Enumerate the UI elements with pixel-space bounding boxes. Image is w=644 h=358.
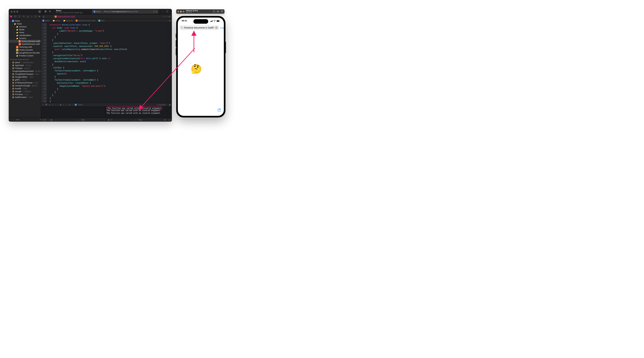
console-filter-input[interactable] xyxy=(138,118,162,121)
pause-icon[interactable] xyxy=(46,104,47,106)
continue-icon[interactable]: ▸| xyxy=(49,104,50,106)
tree-file-noteedit[interactable]: sNoteEditScreen.swift xyxy=(9,43,41,46)
clear-icon[interactable]: ✕ xyxy=(215,27,218,29)
external-display-icon[interactable] xyxy=(221,10,223,13)
traffic-max[interactable] xyxy=(16,11,18,13)
traffic-max[interactable] xyxy=(183,11,184,13)
traffic-close[interactable] xyxy=(178,11,179,13)
library-icon[interactable] xyxy=(166,10,168,13)
assistant-editor-icon[interactable]: ▭ xyxy=(166,16,167,18)
editor-options-icon[interactable]: ≡ xyxy=(163,16,164,18)
tree-root[interactable]: ⌄A Notes xyxy=(9,20,41,22)
tree-folder[interactable]: ›📁Services xyxy=(9,25,41,28)
minimap-icon[interactable]: ▤ xyxy=(169,20,170,22)
tree-folder-screens[interactable]: ⌄📁Screens xyxy=(9,37,41,40)
variables-filter-input[interactable] xyxy=(80,118,105,121)
test-navigator-icon[interactable]: ◇ xyxy=(31,16,32,18)
tree-file[interactable]: sNotesApp.swift xyxy=(9,46,41,49)
home-icon[interactable] xyxy=(213,10,215,13)
package-dependency[interactable]: ›AppCheck10.19.0 xyxy=(9,64,41,67)
package-dependency[interactable]: ›SwiftProtobuf1.26.0 xyxy=(9,96,41,99)
activity-bar[interactable]: N Notes 〉 iPhone 15 Pro iPhone 15 Pro Ru… xyxy=(92,10,158,14)
filter-icon[interactable]: ⌕ xyxy=(135,119,136,121)
hide-debug-icon[interactable]: ▢ xyxy=(42,104,44,106)
scheme-project[interactable]: Notes #1 – Add "Notes for iOS" sample ap… xyxy=(56,10,82,14)
console-eye-icon[interactable]: ◉ xyxy=(108,119,110,121)
add-editor-icon[interactable]: ⊞ xyxy=(169,16,170,18)
find-navigator-icon[interactable] xyxy=(22,15,25,18)
package-dependency[interactable]: ›leveldb1.22.5 xyxy=(9,87,41,90)
nav-forward-icon[interactable]: 〉 xyxy=(49,15,51,18)
tree-file[interactable]: ≣GoogleService-Info.plist xyxy=(9,51,41,54)
package-dependency[interactable]: ›GoogleDataTransport9.4.0 xyxy=(9,73,41,76)
filter-icon[interactable]: ⌕ xyxy=(13,119,14,121)
environment-overrides-icon[interactable]: ☼ xyxy=(66,104,68,106)
package-dependency[interactable]: ›nanopb2.30910.0 xyxy=(9,90,41,93)
phone-volume-down[interactable] xyxy=(176,48,176,55)
package-dependency[interactable]: ›GTMSessionFetcher3.4.1 xyxy=(9,81,41,84)
sidebar-toggle-icon[interactable] xyxy=(38,11,41,13)
package-dependency[interactable]: ›GoogleUtilities7.13.1 xyxy=(9,76,41,78)
nav-back-icon[interactable]: 〈 xyxy=(46,15,48,18)
package-dependency[interactable]: ›abseil1.2024011601.1 xyxy=(9,61,41,64)
add-icon[interactable]: ＋ xyxy=(162,10,164,13)
svg-rect-19 xyxy=(211,21,211,22)
phone-silent-switch[interactable] xyxy=(176,34,176,38)
related-items-icon[interactable]: ▤ xyxy=(43,16,44,18)
tree-folder[interactable]: ›📁ViewModifiers xyxy=(9,34,41,37)
source-control-navigator-icon[interactable] xyxy=(14,15,16,18)
phone-screen[interactable]: 09:41 Firestone documents in Swift? ✕ Ca… xyxy=(178,18,224,116)
location-sim-icon[interactable]: ➤ xyxy=(69,104,70,106)
warning-icon[interactable]: ⚠︎ xyxy=(153,11,155,13)
eye-icon[interactable]: ◉ xyxy=(50,119,52,121)
split-console-icon[interactable]: ▯▯ xyxy=(168,119,170,121)
cancel-button[interactable]: Cancel xyxy=(220,27,224,29)
console-output[interactable]: The function was called with an invalid … xyxy=(105,107,172,118)
navigator-filter-input[interactable] xyxy=(16,119,38,121)
step-over-icon[interactable]: ↷ xyxy=(52,104,53,106)
view-debug-icon[interactable]: ◧ xyxy=(60,104,62,106)
memory-graph-icon[interactable]: ⎌ xyxy=(63,104,64,106)
phone-power-button[interactable] xyxy=(226,42,226,53)
tree-file[interactable]: ›📁Preview Content xyxy=(9,54,41,57)
phone-volume-up[interactable] xyxy=(176,40,176,47)
jump-bar[interactable]: ANotes〉 📁 Notes〉 📁 Screens〉 sNotesListSc… xyxy=(41,19,172,23)
tree-file-noteslist[interactable]: sNotesListScreen.swift xyxy=(9,40,41,43)
debug-process-label[interactable]: Notes xyxy=(78,104,83,106)
screenshot-icon[interactable] xyxy=(217,10,219,13)
package-dependency[interactable]: ›GoogleAppMeasurement10.24.0 xyxy=(9,70,41,73)
tree-group-notes[interactable]: ⌄📁 Notes xyxy=(9,22,41,25)
package-dependency[interactable]: ›Promises2.4.0 xyxy=(9,93,41,96)
editor-tab[interactable]: s NotesListScreen.swift xyxy=(52,15,77,19)
console-view-icon[interactable]: ▣ xyxy=(169,104,170,106)
traffic-min[interactable] xyxy=(180,11,182,13)
traffic-close[interactable] xyxy=(10,11,12,13)
step-into-icon[interactable]: ↓ xyxy=(55,104,56,106)
traffic-min[interactable] xyxy=(14,11,15,13)
tree-file[interactable]: ◧Assets.xcassets xyxy=(9,49,41,51)
trash-icon[interactable]: 🗑 xyxy=(164,119,166,121)
code-editor[interactable]: 3536373839404142434445464748495051525354… xyxy=(41,23,172,103)
filter-icon[interactable]: ⌕ xyxy=(78,119,79,121)
project-tree[interactable]: ⌄A Notes ⌄📁 Notes ›📁Services ›📁Model ›📁V… xyxy=(9,19,41,118)
project-navigator-icon[interactable] xyxy=(10,15,12,18)
ios-search-field[interactable]: Firestone documents in Swift? ✕ xyxy=(180,25,219,30)
console-metadata-icon[interactable]: ☷ xyxy=(111,119,112,121)
variables-view[interactable] xyxy=(41,107,105,118)
svg-rect-20 xyxy=(212,21,212,22)
package-dependency[interactable]: ›gRPC1.62.2 xyxy=(9,78,41,81)
variables-scope-label[interactable]: Auto xyxy=(42,119,46,121)
breakpoint-navigator-icon[interactable] xyxy=(38,15,41,18)
run-button[interactable] xyxy=(49,10,51,13)
add-target-icon[interactable]: ＋ xyxy=(10,119,12,121)
debug-navigator-icon[interactable] xyxy=(34,15,36,18)
package-dependency[interactable]: ›InteropForGoogle100.0.0 xyxy=(9,84,41,87)
stop-button[interactable] xyxy=(44,11,46,13)
package-dependency[interactable]: ›Firebase10.24.0 xyxy=(9,67,41,70)
tree-folder[interactable]: ›📁Model xyxy=(9,28,41,31)
issue-navigator-icon[interactable] xyxy=(27,15,29,18)
step-out-icon[interactable]: ↑ xyxy=(57,104,58,106)
compose-note-icon[interactable] xyxy=(218,108,221,112)
tree-folder[interactable]: ›📁Views xyxy=(9,31,41,34)
bookmark-navigator-icon[interactable] xyxy=(18,15,20,18)
